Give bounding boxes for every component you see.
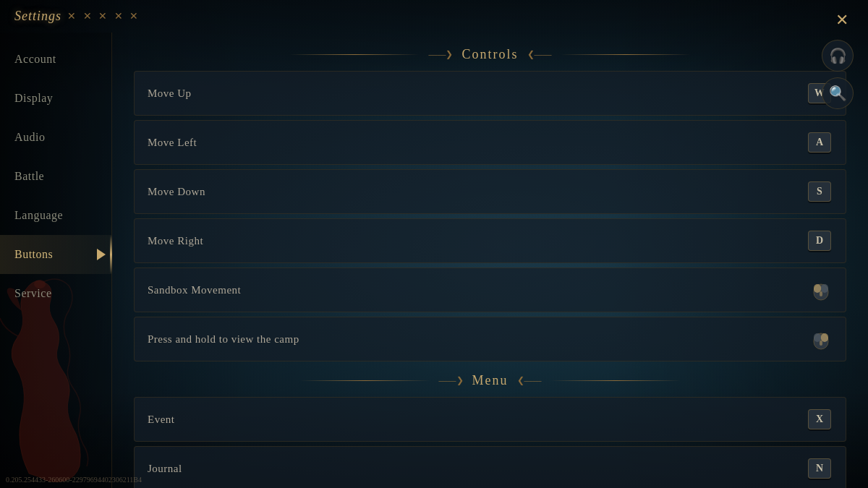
heading-deco-right: ❮—— [527, 49, 552, 60]
sidebar-item-language[interactable]: Language [0, 196, 111, 235]
menu-deco-left: ——❯ [439, 375, 464, 386]
svg-rect-4 [821, 284, 828, 293]
headset-icon: 🎧 [829, 47, 847, 64]
controls-section-heading: ——❯ Controls ❮—— [134, 47, 846, 62]
menu-section-heading: ——❯ Menu ❮—— [134, 373, 846, 388]
sidebar: AccountDisplayAudioBattleLanguageButtons… [0, 33, 112, 488]
binding-label: Move Down [148, 186, 205, 198]
binding-row[interactable]: Move RightD [134, 218, 846, 263]
settings-panel: Settings ✕ ✕ ✕ ✕ ✕ ✕ AccountDisplayAudio… [0, 0, 868, 488]
svg-rect-10 [820, 341, 822, 346]
close-button[interactable]: ✕ [830, 9, 854, 32]
binding-row[interactable]: Sandbox Movement [134, 267, 846, 312]
svg-rect-5 [820, 291, 822, 296]
search-icon-btn[interactable]: 🔍 [822, 77, 854, 109]
headset-icon-btn[interactable]: 🎧 [822, 40, 854, 72]
settings-title: Settings [14, 9, 61, 24]
right-icons-panel: 🎧 🔍 [822, 40, 854, 109]
binding-label: Journal [148, 463, 182, 475]
binding-row[interactable]: Move UpW [134, 71, 846, 116]
svg-rect-9 [821, 333, 828, 342]
version-text: 0.205.254433-260600-22979694402306211B4 [6, 476, 142, 484]
main-layout: AccountDisplayAudioBattleLanguageButtons… [0, 33, 868, 488]
binding-label: Event [148, 414, 175, 426]
key-badge: S [807, 179, 833, 205]
binding-label: Press and hold to view the camp [148, 333, 299, 346]
title-decoration: ✕ ✕ ✕ ✕ ✕ [67, 10, 140, 22]
binding-row[interactable]: Move LeftA [134, 120, 846, 165]
binding-row[interactable]: JournalN [134, 446, 846, 488]
binding-row[interactable]: EventX [134, 397, 846, 442]
menu-heading-text: Menu [472, 373, 509, 388]
heading-line-left [289, 54, 420, 55]
menu-heading-line-right [550, 380, 681, 381]
sidebar-item-display[interactable]: Display [0, 79, 111, 118]
key-badge: N [807, 455, 833, 481]
svg-rect-3 [814, 284, 821, 293]
key-badge-inner: N [808, 458, 831, 479]
binding-row[interactable]: Press and hold to view the camp [134, 317, 846, 361]
mouse-badge [809, 326, 833, 352]
key-badge-inner: X [808, 409, 831, 429]
menu-deco-right: ❮—— [517, 375, 542, 386]
key-badge-inner: D [808, 231, 831, 251]
svg-rect-8 [814, 333, 821, 342]
binding-label: Sandbox Movement [148, 284, 241, 296]
active-arrow-icon [97, 249, 106, 260]
menu-heading-line-left [300, 380, 430, 381]
sidebar-item-account[interactable]: Account [0, 40, 111, 79]
controls-heading-text: Controls [461, 47, 518, 62]
sidebar-item-audio[interactable]: Audio [0, 118, 111, 157]
heading-deco-left: ——❯ [428, 49, 453, 60]
key-badge: D [807, 228, 833, 254]
sidebar-item-battle[interactable]: Battle [0, 157, 111, 196]
binding-label: Move Up [148, 87, 192, 100]
key-badge: X [807, 406, 833, 432]
mouse-badge [809, 277, 833, 303]
key-badge: A [807, 129, 833, 155]
menu-bindings-list: EventXJournalN [134, 397, 846, 488]
sidebar-item-buttons[interactable]: Buttons [0, 235, 111, 274]
key-badge-inner: S [808, 181, 831, 202]
content-area: ——❯ Controls ❮—— Move UpWMove LeftAMove … [112, 33, 868, 488]
binding-label: Move Left [148, 137, 197, 149]
binding-row[interactable]: Move DownS [134, 169, 846, 214]
sidebar-item-service[interactable]: Service [0, 274, 111, 313]
binding-label: Move Right [148, 235, 203, 247]
heading-line-right [561, 54, 691, 55]
title-bar: Settings ✕ ✕ ✕ ✕ ✕ ✕ [0, 0, 868, 33]
controls-bindings-list: Move UpWMove LeftAMove DownSMove RightDS… [134, 71, 846, 366]
key-badge-inner: A [808, 132, 831, 153]
magnify-icon: 🔍 [829, 85, 847, 102]
